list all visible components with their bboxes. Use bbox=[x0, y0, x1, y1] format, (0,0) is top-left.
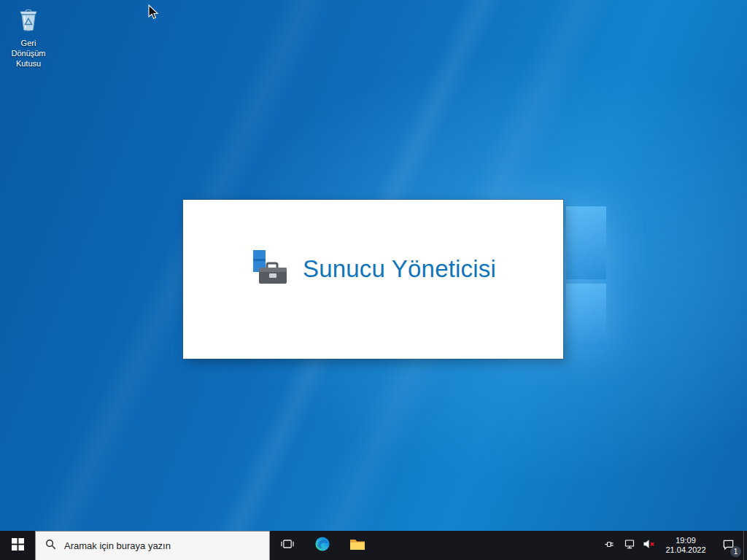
windows-start-icon bbox=[12, 538, 24, 553]
recycle-bin-icon bbox=[15, 6, 42, 36]
power-tray-button[interactable] bbox=[600, 531, 619, 560]
volume-muted-icon bbox=[643, 538, 655, 553]
taskbar-spacer bbox=[375, 531, 600, 560]
task-view-icon bbox=[280, 537, 295, 554]
windows-logo-pane bbox=[566, 206, 606, 279]
search-icon bbox=[45, 539, 56, 553]
taskbar: 19:09 21.04.2022 1 bbox=[0, 531, 747, 560]
server-manager-splash-window: Sunucu Yöneticisi bbox=[183, 200, 563, 359]
clock-date: 21.04.2022 bbox=[665, 545, 705, 555]
edge-browser-button[interactable] bbox=[305, 531, 340, 560]
recycle-bin-label: Geri Dönüşüm Kutusu bbox=[6, 38, 51, 69]
notification-badge: 1 bbox=[730, 546, 741, 557]
start-button[interactable] bbox=[0, 531, 35, 560]
power-plug-icon bbox=[604, 539, 615, 553]
server-manager-icon bbox=[250, 247, 291, 291]
clock-time: 19:09 bbox=[676, 536, 696, 545]
taskbar-search[interactable] bbox=[35, 531, 270, 560]
network-tray-button[interactable] bbox=[619, 531, 639, 560]
task-view-button[interactable] bbox=[270, 531, 305, 560]
action-center-button[interactable]: 1 bbox=[713, 531, 743, 560]
splash-content: Sunucu Yöneticisi bbox=[250, 247, 496, 291]
search-input[interactable] bbox=[64, 540, 262, 551]
volume-tray-button[interactable] bbox=[639, 531, 659, 560]
windows-logo-pane bbox=[566, 284, 606, 349]
recycle-bin-shortcut[interactable]: Geri Dönüşüm Kutusu bbox=[6, 6, 51, 69]
network-icon bbox=[624, 538, 635, 553]
show-desktop-button[interactable] bbox=[743, 531, 747, 560]
splash-title: Sunucu Yöneticisi bbox=[303, 255, 496, 283]
file-explorer-button[interactable] bbox=[340, 531, 375, 560]
taskbar-clock[interactable]: 19:09 21.04.2022 bbox=[659, 531, 713, 560]
edge-icon bbox=[314, 536, 330, 555]
file-explorer-icon bbox=[349, 537, 365, 554]
